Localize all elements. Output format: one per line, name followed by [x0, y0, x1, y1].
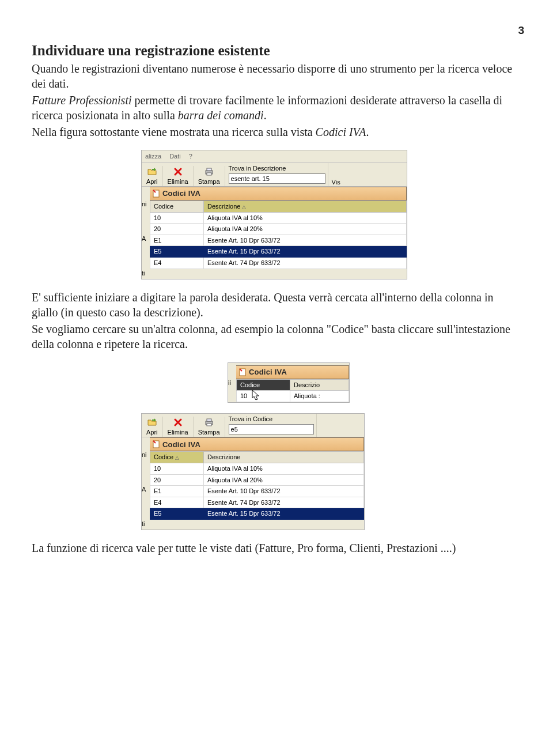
search-input[interactable]	[229, 424, 314, 434]
printer-icon	[204, 418, 214, 427]
menu-item[interactable]: Dati	[169, 152, 181, 161]
menu-item[interactable]: ?	[189, 152, 192, 161]
col-codice[interactable]: Codice	[237, 379, 290, 391]
cursor-icon	[252, 390, 261, 401]
delete-button[interactable]: Elimina	[163, 166, 194, 187]
paragraph-5: Se vogliamo cercare su un'altra colonna,…	[32, 322, 518, 352]
table-row[interactable]: 20Aliquota IVA al 20%	[150, 224, 407, 235]
view-title: Codici IVA	[236, 365, 349, 379]
view-title: Codici IVA	[150, 437, 364, 451]
toolbar: Apri Elimina Stampa Trova in Codice	[142, 414, 364, 438]
view-title: Codici IVA	[150, 187, 407, 201]
toolbar-extra: Vis	[328, 177, 345, 187]
open-button[interactable]: Apri	[142, 166, 163, 187]
menubar: alizza Dati ?	[142, 150, 407, 163]
printer-icon	[204, 167, 214, 176]
svg-rect-2	[207, 173, 211, 175]
col-codice[interactable]: Codice	[150, 452, 204, 463]
heading: Individuare una registrazione esistente	[32, 41, 518, 60]
svg-rect-1	[207, 168, 211, 171]
folder-open-icon	[147, 167, 157, 176]
col-descrizione[interactable]: Descrizione	[204, 201, 407, 213]
search-label: Trova in Codice	[229, 415, 314, 424]
paragraph-6: La funzione di ricerca vale per tutte le…	[32, 540, 518, 555]
toolbar: Apri Elimina Stampa Trova in Descrizione…	[142, 163, 407, 187]
screenshot-3: Apri Elimina Stampa Trova in Codice ni A…	[141, 413, 365, 531]
paragraph-4: E' sufficiente iniziare a digitare la pa…	[32, 290, 518, 320]
search-label: Trova in Descrizione	[229, 164, 325, 173]
left-panel-stub: ni A ti	[142, 187, 150, 279]
table-row[interactable]: E1Esente Art. 10 Dpr 633/72	[150, 486, 364, 497]
search-box: Trova in Descrizione	[225, 163, 328, 187]
menu-item[interactable]: alizza	[145, 152, 161, 161]
print-button[interactable]: Stampa	[194, 417, 225, 437]
left-panel-stub: ii	[228, 365, 236, 402]
search-box: Trova in Codice	[225, 414, 317, 437]
svg-rect-6	[207, 419, 211, 421]
table-row[interactable]: E4Esente Art. 74 Dpr 633/72	[150, 258, 407, 269]
page-number: 3	[32, 23, 524, 37]
table-row[interactable]: 10Aliquota IVA al 10%	[150, 463, 364, 475]
paragraph-3: Nella figura sottostante viene mostrata …	[32, 124, 518, 139]
screenshot-2: ii Codici IVA Codice Descrizio 10Aliquot…	[228, 362, 350, 403]
document-icon	[152, 190, 160, 198]
table-row-selected[interactable]: E5Esente Art. 15 Dpr 633/72	[150, 246, 407, 258]
delete-button[interactable]: Elimina	[163, 417, 194, 437]
open-button[interactable]: Apri	[142, 417, 163, 437]
col-descrizione[interactable]: Descrizio	[290, 379, 349, 391]
left-panel-stub: ni A ti	[142, 437, 150, 530]
paragraph-2: Fatture Professionisti permette di trova…	[32, 93, 518, 123]
folder-open-icon	[147, 418, 157, 427]
col-codice[interactable]: Codice	[150, 201, 204, 213]
print-button[interactable]: Stampa	[194, 166, 225, 187]
delete-x-icon	[173, 167, 183, 176]
table-row[interactable]: 20Aliquota IVA al 20%	[150, 474, 364, 486]
table-row[interactable]: E1Esente Art. 10 Dpr 633/72	[150, 235, 407, 246]
table-row[interactable]: E4Esente Art. 74 Dpr 633/72	[150, 497, 364, 508]
svg-rect-7	[207, 424, 211, 426]
document-icon	[152, 440, 160, 448]
screenshot-1: alizza Dati ? Apri Elimina Stampa Trova …	[141, 150, 407, 279]
delete-x-icon	[173, 418, 183, 427]
table-row-selected[interactable]: E5Esente Art. 15 Dpr 633/72	[150, 508, 364, 520]
search-input[interactable]	[229, 173, 325, 184]
paragraph-1: Quando le registrazioni diventano numero…	[32, 61, 518, 92]
data-grid: Codice Descrizione 10Aliquota IVA al 10%…	[150, 451, 364, 519]
data-grid: Codice Descrizione 10Aliquota IVA al 10%…	[150, 201, 407, 269]
col-descrizione[interactable]: Descrizione	[204, 452, 364, 463]
document-icon	[238, 368, 247, 376]
table-row[interactable]: 10Aliquota IVA al 10%	[150, 212, 407, 224]
